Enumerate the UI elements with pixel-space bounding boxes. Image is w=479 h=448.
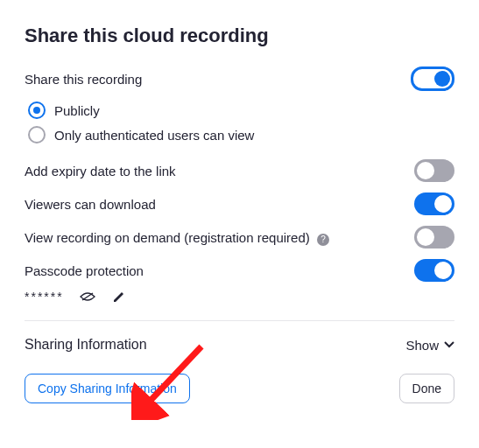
reveal-passcode-icon[interactable] — [80, 289, 95, 304]
show-sharing-info-button[interactable]: Show — [405, 338, 454, 353]
passcode-label: Passcode protection — [25, 262, 144, 280]
ondemand-text: View recording on demand (registration r… — [25, 230, 310, 245]
copy-sharing-info-button[interactable]: Copy Sharing Information — [25, 374, 190, 403]
done-button[interactable]: Done — [399, 374, 454, 403]
ondemand-toggle[interactable] — [414, 226, 454, 248]
share-visibility-radios: Publicly Only authenticated users can vi… — [28, 102, 454, 144]
share-recording-row: Share this recording — [25, 66, 454, 91]
sharing-info-header: Sharing Information Show — [25, 337, 454, 353]
passcode-mask: ****** — [25, 290, 64, 304]
radio-authenticated-label: Only authenticated users can view — [54, 128, 254, 143]
download-toggle[interactable] — [414, 192, 454, 215]
expiry-row: Add expiry date to the link — [25, 159, 454, 182]
divider — [25, 320, 454, 321]
download-label: Viewers can download — [25, 195, 156, 214]
expiry-label: Add expiry date to the link — [25, 162, 176, 180]
radio-publicly[interactable]: Publicly — [28, 102, 454, 119]
dialog-footer: Copy Sharing Information Done — [25, 374, 454, 403]
chevron-down-icon — [444, 341, 454, 348]
radio-authenticated[interactable]: Only authenticated users can view — [28, 126, 454, 144]
dialog-title: Share this cloud recording — [25, 24, 454, 47]
radio-publicly-label: Publicly — [54, 103, 100, 118]
radio-icon — [28, 102, 46, 119]
share-recording-label: Share this recording — [25, 70, 142, 88]
passcode-value-row: ****** — [25, 289, 454, 304]
share-recording-dialog: Share this cloud recording Share this re… — [0, 0, 479, 421]
show-label: Show — [405, 338, 439, 353]
passcode-toggle[interactable] — [414, 259, 454, 282]
radio-icon — [28, 126, 46, 144]
edit-passcode-icon[interactable] — [111, 289, 127, 304]
help-icon[interactable]: ? — [317, 234, 329, 246]
share-recording-toggle[interactable] — [411, 66, 454, 91]
passcode-row: Passcode protection — [25, 259, 454, 282]
ondemand-row: View recording on demand (registration r… — [25, 226, 454, 248]
ondemand-label: View recording on demand (registration r… — [25, 228, 329, 247]
expiry-toggle[interactable] — [414, 159, 454, 182]
download-row: Viewers can download — [25, 192, 454, 215]
sharing-info-label: Sharing Information — [25, 337, 147, 353]
